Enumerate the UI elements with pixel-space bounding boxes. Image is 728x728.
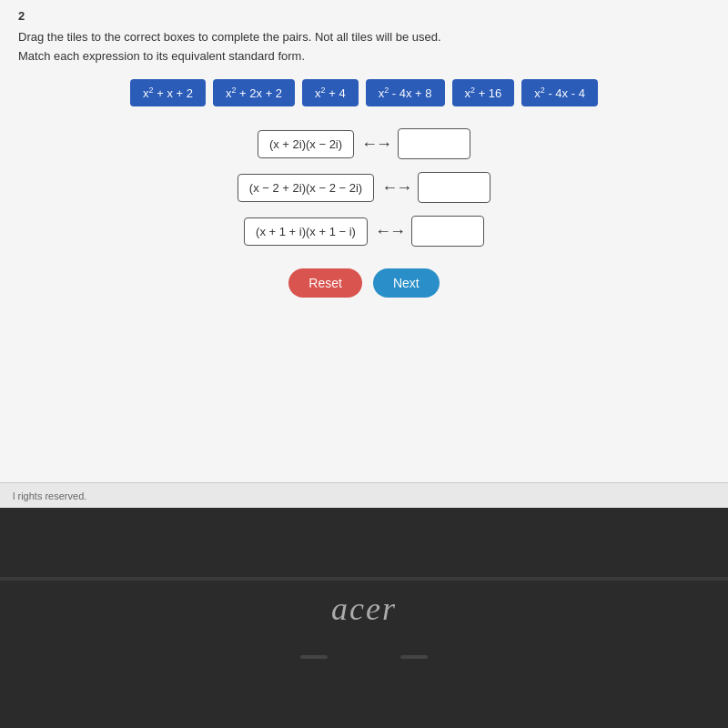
instruction2: Match each expression to its equivalent … (18, 49, 710, 63)
expression-2: (x − 2 + 2i)(x − 2 − 2i) (238, 174, 374, 202)
drop-box-3[interactable] (411, 216, 484, 247)
laptop-body: acer (0, 508, 728, 728)
footer-bar: l rights reserved. (0, 482, 728, 508)
pairs-container: (x + 2i)(x − 2i) ←→ (x − 2 + 2i)(x − 2 −… (18, 128, 710, 247)
instruction1: Drag the tiles to the correct boxes to c… (18, 30, 710, 44)
question-number: 2 (18, 9, 710, 23)
acer-logo: acer (331, 590, 397, 628)
tile-3[interactable]: x2 + 4 (302, 79, 359, 106)
tile-1[interactable]: x2 + x + 2 (130, 79, 206, 106)
tile-5[interactable]: x2 + 16 (452, 79, 515, 106)
next-button[interactable]: Next (373, 268, 440, 298)
laptop-top-border (0, 577, 728, 581)
drop-box-2[interactable] (418, 172, 490, 203)
drop-box-1[interactable] (398, 128, 470, 159)
quiz-area: 2 Drag the tiles to the correct boxes to… (0, 0, 728, 482)
vent-right (400, 655, 428, 659)
arrow-1: ←→ (361, 135, 390, 154)
expression-3: (x + 1 + i)(x + 1 − i) (244, 217, 368, 246)
pair-row-1: (x + 2i)(x − 2i) ←→ (258, 128, 470, 159)
pair-row-3: (x + 1 + i)(x + 1 − i) ←→ (244, 216, 484, 247)
expression-1: (x + 2i)(x − 2i) (258, 130, 354, 158)
tile-6[interactable]: x2 - 4x - 4 (521, 79, 598, 106)
tiles-container: x2 + x + 2 x2 + 2x + 2 x2 + 4 x2 - 4x + … (18, 79, 710, 106)
arrow-3: ←→ (375, 222, 404, 241)
tile-4[interactable]: x2 - 4x + 8 (366, 79, 445, 106)
arrow-2: ←→ (381, 178, 410, 197)
reset-button[interactable]: Reset (288, 268, 362, 298)
laptop-vents (300, 655, 428, 659)
tile-2[interactable]: x2 + 2x + 2 (213, 79, 295, 106)
buttons-row: Reset Next (18, 268, 710, 298)
footer-text: l rights reserved. (13, 490, 86, 501)
pair-row-2: (x − 2 + 2i)(x − 2 − 2i) ←→ (238, 172, 490, 203)
vent-left (300, 655, 328, 659)
